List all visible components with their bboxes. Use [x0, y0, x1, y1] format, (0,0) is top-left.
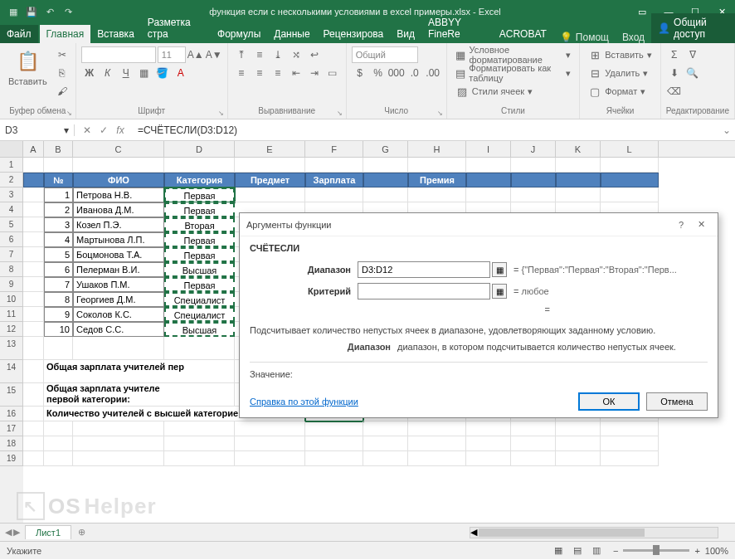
cell[interactable]: [466, 421, 511, 436]
zoom-in-icon[interactable]: +: [694, 546, 699, 556]
cell[interactable]: Седов С.С.: [73, 322, 164, 337]
cell[interactable]: 7: [44, 277, 73, 292]
cell[interactable]: [23, 187, 44, 202]
column-header[interactable]: H: [408, 141, 466, 157]
cell[interactable]: [23, 173, 44, 187]
cell[interactable]: Зарплата: [305, 173, 363, 187]
cell[interactable]: [23, 451, 44, 466]
copy-icon[interactable]: ⎘: [54, 65, 71, 81]
column-header[interactable]: C: [73, 141, 164, 157]
row-header[interactable]: 4: [0, 202, 23, 217]
cell[interactable]: Общая зарплата учителей пер: [44, 360, 235, 383]
merge-icon[interactable]: ▭: [324, 65, 341, 81]
tab-review[interactable]: Рецензирова: [317, 25, 391, 43]
find-icon[interactable]: 🔍: [684, 65, 701, 81]
zoom-slider[interactable]: [623, 549, 689, 552]
arg2-input[interactable]: [358, 283, 490, 299]
row-header[interactable]: 16: [0, 407, 23, 421]
font-color-icon[interactable]: A: [173, 65, 189, 81]
paste-button[interactable]: 📋 Вставить: [5, 46, 51, 88]
row-header[interactable]: 5: [0, 217, 23, 232]
cell[interactable]: [363, 436, 408, 451]
cell[interactable]: [511, 173, 556, 187]
format-as-table-button[interactable]: ▤Форматировать как таблицу▾: [452, 65, 575, 81]
cell[interactable]: [556, 451, 601, 466]
align-center-icon[interactable]: ≡: [251, 65, 268, 81]
row-header[interactable]: 7: [0, 247, 23, 262]
cell[interactable]: Специалист: [164, 292, 235, 307]
cell[interactable]: [556, 436, 601, 451]
increase-font-icon[interactable]: A▲: [187, 46, 204, 63]
cell[interactable]: [601, 451, 659, 466]
cell[interactable]: Высшая: [164, 262, 235, 277]
cell[interactable]: [511, 158, 556, 173]
page-layout-view-icon[interactable]: ▤: [569, 545, 586, 556]
cut-icon[interactable]: ✂: [54, 46, 71, 63]
share-button[interactable]: 👤Общий доступ: [651, 13, 735, 43]
currency-icon[interactable]: $: [352, 65, 368, 81]
redo-icon[interactable]: ↷: [61, 5, 75, 18]
cell[interactable]: Первая: [164, 277, 235, 292]
page-break-view-icon[interactable]: ▥: [588, 545, 605, 556]
orientation-icon[interactable]: ⤭: [288, 46, 304, 63]
cell[interactable]: [235, 436, 305, 451]
cell[interactable]: [23, 292, 44, 307]
sort-icon[interactable]: ᐁ: [684, 46, 701, 63]
column-header[interactable]: K: [556, 141, 601, 157]
cell[interactable]: Мартынова Л.П.: [73, 232, 164, 247]
cell[interactable]: Петрова Н.В.: [73, 187, 164, 202]
cell[interactable]: [466, 173, 511, 187]
align-bottom-icon[interactable]: ⤓: [270, 46, 286, 63]
cell[interactable]: [556, 187, 601, 202]
cell[interactable]: [511, 421, 556, 436]
increase-indent-icon[interactable]: ⇥: [306, 65, 323, 81]
cell[interactable]: Вторая: [164, 217, 235, 232]
cell[interactable]: [44, 337, 73, 360]
cell[interactable]: [363, 187, 408, 202]
row-header[interactable]: 15: [0, 383, 23, 407]
cell[interactable]: 6: [44, 262, 73, 277]
row-header[interactable]: 19: [0, 451, 23, 466]
cell[interactable]: 2: [44, 202, 73, 217]
cell[interactable]: Иванова Д.М.: [73, 202, 164, 217]
cell[interactable]: [511, 187, 556, 202]
cell[interactable]: Первая: [164, 202, 235, 217]
cell[interactable]: [23, 217, 44, 232]
cell[interactable]: Предмет: [235, 173, 305, 187]
cell[interactable]: [556, 158, 601, 173]
cell[interactable]: 1: [44, 187, 73, 202]
arg1-input[interactable]: [358, 261, 490, 278]
cell[interactable]: [23, 360, 44, 383]
align-right-icon[interactable]: ≡: [270, 65, 286, 81]
column-header[interactable]: L: [601, 141, 659, 157]
cell[interactable]: ФИО: [73, 173, 164, 187]
cell[interactable]: [23, 202, 44, 217]
cell[interactable]: [305, 451, 363, 466]
format-cells-button[interactable]: ▢Формат▾: [585, 83, 655, 100]
cell[interactable]: [408, 421, 466, 436]
normal-view-icon[interactable]: ▦: [550, 545, 567, 556]
name-box[interactable]: D3▾: [0, 124, 75, 136]
delete-cells-button[interactable]: ⊟Удалить▾: [585, 65, 655, 81]
dialog-close-icon[interactable]: ✕: [691, 219, 711, 230]
cell[interactable]: [164, 158, 235, 173]
cell[interactable]: [305, 421, 363, 436]
cell[interactable]: [408, 451, 466, 466]
enter-formula-icon[interactable]: ✓: [96, 124, 111, 136]
tab-view[interactable]: Вид: [390, 25, 421, 43]
font-size-combo[interactable]: 11: [158, 46, 186, 63]
cell[interactable]: [23, 337, 44, 360]
row-header[interactable]: 13: [0, 337, 23, 360]
sheet-nav-next-icon[interactable]: ▶: [13, 527, 20, 538]
cell[interactable]: [23, 322, 44, 337]
tab-file[interactable]: Файл: [0, 25, 38, 43]
cell[interactable]: [305, 158, 363, 173]
cell[interactable]: Первая: [164, 232, 235, 247]
sheet-tab[interactable]: Лист1: [25, 525, 71, 539]
column-header[interactable]: I: [466, 141, 511, 157]
insert-cells-button[interactable]: ⊞Вставить▾: [585, 46, 655, 63]
tab-page-layout[interactable]: Разметка стра: [141, 13, 211, 43]
zoom-out-icon[interactable]: −: [613, 546, 618, 556]
cell[interactable]: Первая: [164, 187, 235, 202]
cell[interactable]: 8: [44, 292, 73, 307]
